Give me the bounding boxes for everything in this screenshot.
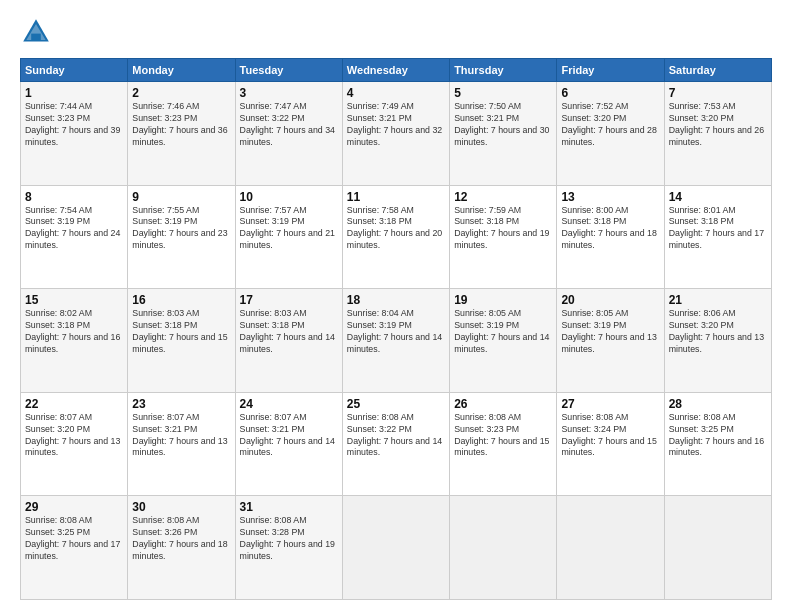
calendar-cell: 18Sunrise: 8:04 AMSunset: 3:19 PMDayligh… <box>342 289 449 393</box>
day-number: 13 <box>561 190 659 204</box>
weekday-header-row: SundayMondayTuesdayWednesdayThursdayFrid… <box>21 59 772 82</box>
calendar-cell: 26Sunrise: 8:08 AMSunset: 3:23 PMDayligh… <box>450 392 557 496</box>
calendar-cell: 30Sunrise: 8:08 AMSunset: 3:26 PMDayligh… <box>128 496 235 600</box>
day-info: Sunrise: 7:53 AMSunset: 3:20 PMDaylight:… <box>669 101 767 149</box>
day-info: Sunrise: 8:03 AMSunset: 3:18 PMDaylight:… <box>132 308 230 356</box>
header <box>20 16 772 48</box>
logo <box>20 16 56 48</box>
calendar-cell <box>664 496 771 600</box>
week-row-5: 29Sunrise: 8:08 AMSunset: 3:25 PMDayligh… <box>21 496 772 600</box>
weekday-header-tuesday: Tuesday <box>235 59 342 82</box>
day-info: Sunrise: 7:47 AMSunset: 3:22 PMDaylight:… <box>240 101 338 149</box>
day-number: 2 <box>132 86 230 100</box>
day-number: 7 <box>669 86 767 100</box>
calendar-cell: 1Sunrise: 7:44 AMSunset: 3:23 PMDaylight… <box>21 82 128 186</box>
day-info: Sunrise: 7:58 AMSunset: 3:18 PMDaylight:… <box>347 205 445 253</box>
page: SundayMondayTuesdayWednesdayThursdayFrid… <box>0 0 792 612</box>
day-info: Sunrise: 8:01 AMSunset: 3:18 PMDaylight:… <box>669 205 767 253</box>
calendar-cell: 11Sunrise: 7:58 AMSunset: 3:18 PMDayligh… <box>342 185 449 289</box>
week-row-3: 15Sunrise: 8:02 AMSunset: 3:18 PMDayligh… <box>21 289 772 393</box>
day-number: 19 <box>454 293 552 307</box>
day-number: 6 <box>561 86 659 100</box>
day-info: Sunrise: 8:08 AMSunset: 3:23 PMDaylight:… <box>454 412 552 460</box>
calendar-cell: 5Sunrise: 7:50 AMSunset: 3:21 PMDaylight… <box>450 82 557 186</box>
calendar-cell: 27Sunrise: 8:08 AMSunset: 3:24 PMDayligh… <box>557 392 664 496</box>
logo-icon <box>20 16 52 48</box>
day-number: 24 <box>240 397 338 411</box>
day-number: 21 <box>669 293 767 307</box>
day-info: Sunrise: 8:05 AMSunset: 3:19 PMDaylight:… <box>561 308 659 356</box>
day-info: Sunrise: 8:07 AMSunset: 3:20 PMDaylight:… <box>25 412 123 460</box>
day-number: 23 <box>132 397 230 411</box>
calendar-cell: 22Sunrise: 8:07 AMSunset: 3:20 PMDayligh… <box>21 392 128 496</box>
day-number: 28 <box>669 397 767 411</box>
calendar-cell: 7Sunrise: 7:53 AMSunset: 3:20 PMDaylight… <box>664 82 771 186</box>
day-number: 18 <box>347 293 445 307</box>
calendar-cell: 10Sunrise: 7:57 AMSunset: 3:19 PMDayligh… <box>235 185 342 289</box>
calendar-cell: 25Sunrise: 8:08 AMSunset: 3:22 PMDayligh… <box>342 392 449 496</box>
day-info: Sunrise: 8:03 AMSunset: 3:18 PMDaylight:… <box>240 308 338 356</box>
weekday-header-sunday: Sunday <box>21 59 128 82</box>
calendar-cell: 28Sunrise: 8:08 AMSunset: 3:25 PMDayligh… <box>664 392 771 496</box>
day-number: 8 <box>25 190 123 204</box>
calendar-cell: 15Sunrise: 8:02 AMSunset: 3:18 PMDayligh… <box>21 289 128 393</box>
calendar-cell: 9Sunrise: 7:55 AMSunset: 3:19 PMDaylight… <box>128 185 235 289</box>
week-row-1: 1Sunrise: 7:44 AMSunset: 3:23 PMDaylight… <box>21 82 772 186</box>
day-number: 31 <box>240 500 338 514</box>
calendar-cell: 29Sunrise: 8:08 AMSunset: 3:25 PMDayligh… <box>21 496 128 600</box>
calendar-cell: 24Sunrise: 8:07 AMSunset: 3:21 PMDayligh… <box>235 392 342 496</box>
week-row-4: 22Sunrise: 8:07 AMSunset: 3:20 PMDayligh… <box>21 392 772 496</box>
calendar-cell: 6Sunrise: 7:52 AMSunset: 3:20 PMDaylight… <box>557 82 664 186</box>
calendar-cell: 16Sunrise: 8:03 AMSunset: 3:18 PMDayligh… <box>128 289 235 393</box>
day-info: Sunrise: 8:04 AMSunset: 3:19 PMDaylight:… <box>347 308 445 356</box>
day-info: Sunrise: 8:08 AMSunset: 3:25 PMDaylight:… <box>25 515 123 563</box>
calendar-cell <box>557 496 664 600</box>
day-number: 9 <box>132 190 230 204</box>
day-number: 29 <box>25 500 123 514</box>
day-info: Sunrise: 7:44 AMSunset: 3:23 PMDaylight:… <box>25 101 123 149</box>
weekday-header-monday: Monday <box>128 59 235 82</box>
day-info: Sunrise: 7:49 AMSunset: 3:21 PMDaylight:… <box>347 101 445 149</box>
calendar-cell: 13Sunrise: 8:00 AMSunset: 3:18 PMDayligh… <box>557 185 664 289</box>
day-number: 5 <box>454 86 552 100</box>
calendar-cell <box>450 496 557 600</box>
day-info: Sunrise: 8:05 AMSunset: 3:19 PMDaylight:… <box>454 308 552 356</box>
day-info: Sunrise: 7:54 AMSunset: 3:19 PMDaylight:… <box>25 205 123 253</box>
weekday-header-friday: Friday <box>557 59 664 82</box>
day-number: 14 <box>669 190 767 204</box>
day-info: Sunrise: 7:52 AMSunset: 3:20 PMDaylight:… <box>561 101 659 149</box>
calendar-cell: 8Sunrise: 7:54 AMSunset: 3:19 PMDaylight… <box>21 185 128 289</box>
day-number: 25 <box>347 397 445 411</box>
day-number: 11 <box>347 190 445 204</box>
calendar-cell: 2Sunrise: 7:46 AMSunset: 3:23 PMDaylight… <box>128 82 235 186</box>
day-info: Sunrise: 8:07 AMSunset: 3:21 PMDaylight:… <box>132 412 230 460</box>
day-number: 17 <box>240 293 338 307</box>
day-info: Sunrise: 8:08 AMSunset: 3:28 PMDaylight:… <box>240 515 338 563</box>
day-info: Sunrise: 8:08 AMSunset: 3:25 PMDaylight:… <box>669 412 767 460</box>
day-number: 20 <box>561 293 659 307</box>
day-number: 3 <box>240 86 338 100</box>
weekday-header-thursday: Thursday <box>450 59 557 82</box>
svg-rect-2 <box>31 34 41 40</box>
day-info: Sunrise: 8:07 AMSunset: 3:21 PMDaylight:… <box>240 412 338 460</box>
calendar-cell: 23Sunrise: 8:07 AMSunset: 3:21 PMDayligh… <box>128 392 235 496</box>
weekday-header-wednesday: Wednesday <box>342 59 449 82</box>
day-number: 26 <box>454 397 552 411</box>
day-number: 1 <box>25 86 123 100</box>
calendar-cell: 17Sunrise: 8:03 AMSunset: 3:18 PMDayligh… <box>235 289 342 393</box>
day-number: 27 <box>561 397 659 411</box>
day-number: 16 <box>132 293 230 307</box>
day-info: Sunrise: 8:08 AMSunset: 3:26 PMDaylight:… <box>132 515 230 563</box>
calendar-cell: 3Sunrise: 7:47 AMSunset: 3:22 PMDaylight… <box>235 82 342 186</box>
calendar-cell: 12Sunrise: 7:59 AMSunset: 3:18 PMDayligh… <box>450 185 557 289</box>
day-info: Sunrise: 7:46 AMSunset: 3:23 PMDaylight:… <box>132 101 230 149</box>
day-info: Sunrise: 7:55 AMSunset: 3:19 PMDaylight:… <box>132 205 230 253</box>
weekday-header-saturday: Saturday <box>664 59 771 82</box>
calendar-cell: 21Sunrise: 8:06 AMSunset: 3:20 PMDayligh… <box>664 289 771 393</box>
day-number: 12 <box>454 190 552 204</box>
day-number: 30 <box>132 500 230 514</box>
calendar-cell: 14Sunrise: 8:01 AMSunset: 3:18 PMDayligh… <box>664 185 771 289</box>
calendar-cell: 20Sunrise: 8:05 AMSunset: 3:19 PMDayligh… <box>557 289 664 393</box>
day-info: Sunrise: 8:08 AMSunset: 3:22 PMDaylight:… <box>347 412 445 460</box>
calendar-cell: 4Sunrise: 7:49 AMSunset: 3:21 PMDaylight… <box>342 82 449 186</box>
